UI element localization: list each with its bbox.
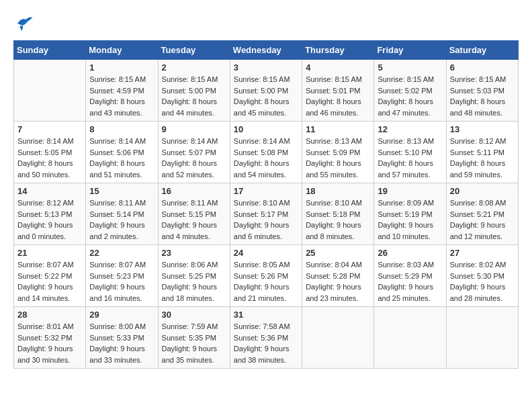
cell-info: Sunrise: 7:58 AM Sunset: 5:36 PM Dayligh… (234, 321, 298, 365)
daylight-text: Daylight: 9 hours and 4 minutes. (162, 220, 226, 242)
day-number: 30 (162, 310, 226, 320)
sunrise-text: Sunrise: 8:13 AM (378, 136, 442, 147)
sunrise-text: Sunrise: 8:01 AM (17, 321, 82, 332)
calendar-cell: 14 Sunrise: 8:12 AM Sunset: 5:13 PM Dayl… (14, 183, 86, 245)
sunrise-text: Sunrise: 7:59 AM (162, 321, 226, 332)
sunrise-text: Sunrise: 8:00 AM (89, 321, 154, 332)
calendar-cell (374, 307, 446, 369)
calendar-week-row: 7 Sunrise: 8:14 AM Sunset: 5:05 PM Dayli… (14, 122, 519, 183)
header (13, 13, 519, 34)
cell-info: Sunrise: 8:15 AM Sunset: 5:00 PM Dayligh… (234, 74, 298, 118)
cell-info: Sunrise: 8:04 AM Sunset: 5:28 PM Dayligh… (306, 259, 370, 304)
cell-info: Sunrise: 8:10 AM Sunset: 5:17 PM Dayligh… (234, 197, 298, 242)
sunrise-text: Sunrise: 8:15 AM (306, 74, 370, 85)
sunrise-text: Sunrise: 8:07 AM (89, 259, 154, 271)
calendar-cell: 7 Sunrise: 8:14 AM Sunset: 5:05 PM Dayli… (14, 122, 86, 183)
cell-info: Sunrise: 8:14 AM Sunset: 5:08 PM Dayligh… (234, 136, 298, 180)
daylight-text: Daylight: 9 hours and 6 minutes. (234, 220, 298, 242)
day-number: 23 (162, 248, 226, 258)
cell-info: Sunrise: 8:14 AM Sunset: 5:05 PM Dayligh… (17, 136, 82, 180)
day-number: 10 (234, 124, 298, 134)
cell-info: Sunrise: 8:06 AM Sunset: 5:25 PM Dayligh… (162, 259, 226, 304)
cell-info: Sunrise: 8:13 AM Sunset: 5:10 PM Dayligh… (378, 136, 442, 180)
sunrise-text: Sunrise: 8:14 AM (234, 136, 298, 147)
day-number: 18 (306, 186, 370, 196)
calendar-cell: 6 Sunrise: 8:15 AM Sunset: 5:03 PM Dayli… (446, 60, 518, 122)
sunset-text: Sunset: 5:11 PM (450, 147, 515, 158)
calendar-cell (446, 307, 518, 369)
calendar-cell: 11 Sunrise: 8:13 AM Sunset: 5:09 PM Dayl… (302, 122, 374, 183)
day-number: 16 (162, 186, 226, 196)
sunrise-text: Sunrise: 8:10 AM (234, 197, 298, 209)
day-number: 19 (378, 186, 442, 196)
calendar-cell: 25 Sunrise: 8:04 AM Sunset: 5:28 PM Dayl… (302, 245, 374, 307)
calendar-cell: 12 Sunrise: 8:13 AM Sunset: 5:10 PM Dayl… (374, 122, 446, 183)
day-number: 12 (378, 124, 442, 134)
sunset-text: Sunset: 5:25 PM (162, 271, 226, 282)
logo (13, 13, 36, 34)
daylight-text: Daylight: 8 hours and 47 minutes. (378, 96, 442, 118)
sunrise-text: Sunrise: 8:07 AM (17, 259, 82, 271)
day-number: 31 (234, 310, 298, 320)
calendar-cell: 13 Sunrise: 8:12 AM Sunset: 5:11 PM Dayl… (446, 122, 518, 183)
sunset-text: Sunset: 5:15 PM (162, 209, 226, 220)
day-number: 5 (378, 62, 442, 73)
cell-info: Sunrise: 8:11 AM Sunset: 5:15 PM Dayligh… (162, 197, 226, 242)
sunrise-text: Sunrise: 8:15 AM (450, 74, 515, 85)
cell-info: Sunrise: 8:15 AM Sunset: 5:01 PM Dayligh… (306, 74, 370, 118)
calendar-cell: 16 Sunrise: 8:11 AM Sunset: 5:15 PM Dayl… (158, 183, 230, 245)
daylight-text: Daylight: 9 hours and 38 minutes. (234, 343, 298, 365)
sunset-text: Sunset: 5:19 PM (378, 209, 442, 220)
sunrise-text: Sunrise: 8:14 AM (162, 136, 226, 147)
daylight-text: Daylight: 8 hours and 46 minutes. (306, 96, 370, 118)
day-number: 26 (378, 248, 442, 258)
daylight-text: Daylight: 9 hours and 16 minutes. (89, 281, 154, 304)
sunrise-text: Sunrise: 8:05 AM (234, 259, 298, 271)
weekday-header-friday: Friday (374, 41, 446, 60)
day-number: 28 (17, 310, 82, 320)
day-number: 27 (450, 248, 515, 258)
weekday-header-thursday: Thursday (302, 41, 374, 60)
calendar-cell: 4 Sunrise: 8:15 AM Sunset: 5:01 PM Dayli… (302, 60, 374, 122)
sunset-text: Sunset: 5:29 PM (378, 271, 442, 282)
sunset-text: Sunset: 5:01 PM (306, 85, 370, 97)
daylight-text: Daylight: 8 hours and 54 minutes. (234, 158, 298, 180)
daylight-text: Daylight: 9 hours and 12 minutes. (450, 220, 515, 242)
day-number: 21 (17, 248, 82, 258)
day-number: 3 (234, 62, 298, 73)
sunset-text: Sunset: 5:00 PM (234, 85, 298, 97)
calendar-header-row: SundayMondayTuesdayWednesdayThursdayFrid… (14, 41, 519, 60)
day-number: 6 (450, 62, 515, 73)
sunrise-text: Sunrise: 8:13 AM (306, 136, 370, 147)
sunset-text: Sunset: 5:14 PM (89, 209, 154, 220)
cell-info: Sunrise: 8:15 AM Sunset: 5:00 PM Dayligh… (162, 74, 226, 118)
daylight-text: Daylight: 9 hours and 30 minutes. (17, 343, 82, 365)
daylight-text: Daylight: 9 hours and 2 minutes. (89, 220, 154, 242)
calendar-cell: 24 Sunrise: 8:05 AM Sunset: 5:26 PM Dayl… (230, 245, 302, 307)
calendar-cell: 10 Sunrise: 8:14 AM Sunset: 5:08 PM Dayl… (230, 122, 302, 183)
daylight-text: Daylight: 8 hours and 59 minutes. (450, 158, 515, 180)
day-number: 24 (234, 248, 298, 258)
calendar-cell: 28 Sunrise: 8:01 AM Sunset: 5:32 PM Dayl… (14, 307, 86, 369)
calendar-cell: 3 Sunrise: 8:15 AM Sunset: 5:00 PM Dayli… (230, 60, 302, 122)
cell-info: Sunrise: 8:13 AM Sunset: 5:09 PM Dayligh… (306, 136, 370, 180)
sunrise-text: Sunrise: 8:10 AM (306, 197, 370, 209)
daylight-text: Daylight: 9 hours and 35 minutes. (162, 343, 226, 365)
cell-info: Sunrise: 7:59 AM Sunset: 5:35 PM Dayligh… (162, 321, 226, 365)
cell-info: Sunrise: 8:07 AM Sunset: 5:22 PM Dayligh… (17, 259, 82, 304)
sunrise-text: Sunrise: 8:14 AM (17, 136, 82, 147)
weekday-header-monday: Monday (86, 41, 158, 60)
calendar-cell: 30 Sunrise: 7:59 AM Sunset: 5:35 PM Dayl… (158, 307, 230, 369)
daylight-text: Daylight: 8 hours and 48 minutes. (450, 96, 515, 118)
sunset-text: Sunset: 5:33 PM (89, 332, 154, 344)
daylight-text: Daylight: 9 hours and 0 minutes. (17, 220, 82, 242)
cell-info: Sunrise: 8:14 AM Sunset: 5:06 PM Dayligh… (89, 136, 154, 180)
sunrise-text: Sunrise: 8:11 AM (162, 197, 226, 209)
sunrise-text: Sunrise: 7:58 AM (234, 321, 298, 332)
cell-info: Sunrise: 8:12 AM Sunset: 5:13 PM Dayligh… (17, 197, 82, 242)
calendar-cell: 8 Sunrise: 8:14 AM Sunset: 5:06 PM Dayli… (86, 122, 158, 183)
day-number: 11 (306, 124, 370, 134)
daylight-text: Daylight: 8 hours and 51 minutes. (89, 158, 154, 180)
sunrise-text: Sunrise: 8:15 AM (378, 74, 442, 85)
calendar-cell: 22 Sunrise: 8:07 AM Sunset: 5:23 PM Dayl… (86, 245, 158, 307)
